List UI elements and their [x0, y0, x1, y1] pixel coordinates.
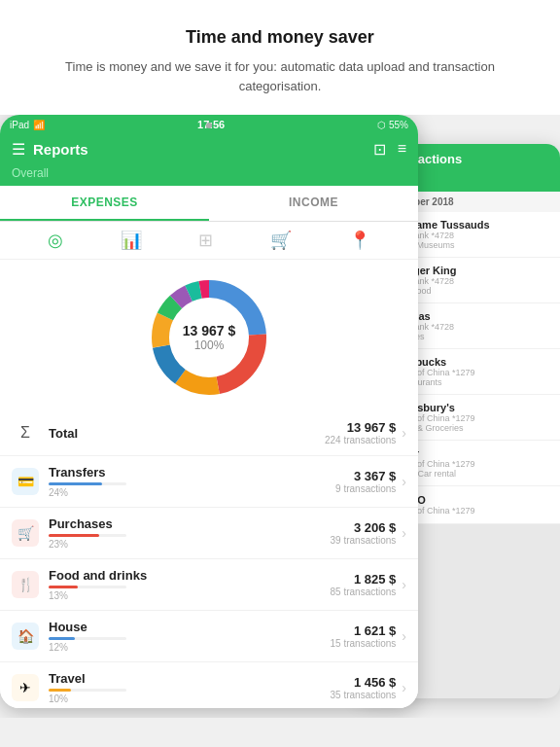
transaction-name: Adidas [395, 310, 550, 322]
camera [206, 123, 212, 128]
list-item[interactable]: 🏠House12%1 621 $15 transactions› [0, 611, 418, 662]
tabs: EXPENSES INCOME [0, 186, 418, 222]
category-transactions: 39 transactions [331, 535, 397, 546]
tab-expenses[interactable]: EXPENSES [0, 186, 209, 221]
total-row[interactable]: Σ Total 13 967 $ 224 transactions › [0, 410, 418, 456]
category-amount: 3 367 $ [335, 469, 396, 483]
donut-chart-icon[interactable]: ◎ [48, 230, 63, 251]
sub-nav: Overall [0, 164, 418, 186]
category-right: 1 825 $85 transactions [331, 572, 397, 597]
pin-icon[interactable]: 📍 [349, 230, 370, 251]
transaction-name: Sainsbury's [395, 402, 550, 413]
category-chevron: › [402, 680, 406, 695]
category-icon: 🍴 [12, 571, 39, 598]
category-icon: 🛒 [12, 519, 39, 547]
category-transactions: 35 transactions [331, 690, 397, 700]
progress-bar-bg [49, 637, 126, 640]
progress-bar-fill [49, 482, 102, 485]
donut-chart: 13 967 $ 100% [146, 274, 272, 401]
bar-chart-icon[interactable]: 📊 [121, 230, 142, 251]
total-amount: 13 967 $ [325, 420, 396, 435]
transaction-category: Taxi / Car rental [395, 469, 550, 479]
category-icon: 💳 [12, 468, 39, 495]
list-item[interactable]: ✈Travel10%1 456 $35 transactions› [0, 662, 418, 708]
transaction-name: Madame Tussauds [395, 219, 550, 231]
nav-title: Reports [33, 141, 88, 158]
category-icon: 🏠 [12, 622, 39, 650]
list-item[interactable]: 🛒Purchases23%3 206 $39 transactions› [0, 508, 418, 559]
progress-bar-bg [49, 534, 126, 537]
transaction-name: ECCO [395, 494, 550, 506]
donut-area: 13 967 $ 100% [0, 260, 418, 410]
category-amount: 1 456 $ [331, 675, 397, 690]
sigma-icon: Σ [12, 419, 39, 446]
category-chevron: › [402, 628, 406, 644]
transaction-category: Art & Museums [395, 240, 550, 250]
share-icon[interactable]: ⊡ [373, 140, 386, 159]
list-item[interactable]: 🍴Food and drinks13%1 825 $85 transaction… [0, 559, 418, 611]
cart-icon[interactable]: 🛒 [270, 230, 292, 251]
category-percent: 13% [49, 590, 331, 601]
category-right: 3 367 $9 transactions [335, 469, 396, 494]
category-percent: 10% [49, 694, 331, 704]
transaction-info: Sainsbury'sBank of China *1279Food & Gro… [395, 402, 550, 433]
progress-bar-fill [49, 637, 75, 640]
transaction-info: Burger KingTD Bank *4728Fast food [395, 265, 550, 296]
total-label: Total [49, 426, 325, 441]
status-ipad-label: iPad [10, 120, 29, 130]
category-percent: 12% [49, 642, 331, 653]
wifi-icon: 📶 [33, 120, 45, 130]
category-name: Purchases [49, 516, 331, 531]
status-right: ⬡ 55% [377, 120, 408, 130]
transaction-name: Burger King [395, 265, 550, 276]
transaction-info: ECCOBank of China *1279 [395, 494, 550, 516]
category-right: 1 456 $35 transactions [331, 675, 397, 700]
category-chevron: › [402, 577, 406, 592]
category-percent: 23% [49, 539, 331, 550]
category-amount: 1 825 $ [331, 572, 397, 587]
donut-amount: 13 967 $ [183, 323, 236, 338]
category-right: 3 206 $39 transactions [331, 520, 397, 546]
nav-left: ☰ Reports [12, 140, 88, 159]
device-wrapper: iPad 📶 17:56 ⬡ 55% ☰ Reports ⊡ ≡ Overall [0, 115, 560, 718]
list-item[interactable]: 💳Transfers24%3 367 $9 transactions› [0, 456, 418, 508]
transaction-bank: Bank of China *1279 [395, 506, 550, 516]
transaction-bank: TD Bank *4728 [395, 276, 550, 286]
category-chevron: › [402, 525, 406, 541]
transaction-bank: TD Bank *4728 [395, 322, 550, 332]
total-right: 13 967 $ 224 transactions [325, 420, 396, 445]
progress-bar-fill [49, 586, 78, 588]
category-name: House [49, 620, 331, 634]
category-info: House12% [49, 620, 331, 653]
transaction-category: Fast food [395, 286, 550, 296]
battery-icon: ⬡ 55% [377, 120, 408, 130]
top-nav: ☰ Reports ⊡ ≡ [0, 134, 418, 164]
transaction-bank: TD Bank *4728 [395, 231, 550, 240]
transaction-info: AdidasTD Bank *4728Clothes [395, 310, 550, 341]
progress-bar-bg [49, 689, 126, 692]
transaction-name: Uber [395, 447, 550, 459]
transaction-info: UberBank of China *1279Taxi / Car rental [395, 447, 550, 479]
progress-bar-bg [49, 482, 126, 485]
transaction-name: Starbucks [395, 356, 550, 368]
overall-label: Overall [12, 166, 49, 180]
category-name: Food and drinks [49, 568, 331, 583]
marketing-title: Time and money saver [39, 27, 521, 48]
transaction-bank: Bank of China *1279 [395, 413, 550, 423]
filter-icon[interactable]: ≡ [398, 140, 406, 159]
table-chart-icon[interactable]: ⊞ [198, 230, 213, 251]
category-transactions: 85 transactions [331, 587, 397, 597]
transaction-category: Restaurants [395, 377, 550, 387]
donut-center: 13 967 $ 100% [183, 323, 236, 352]
progress-bar-fill [49, 534, 99, 537]
tab-income[interactable]: INCOME [209, 186, 418, 221]
total-transactions: 224 transactions [325, 435, 396, 445]
transaction-info: Madame TussaudsTD Bank *4728Art & Museum… [395, 219, 550, 250]
category-transactions: 15 transactions [331, 638, 397, 649]
category-transactions: 9 transactions [335, 483, 396, 494]
marketing-desc: Time is money and we save it for you: au… [39, 57, 521, 95]
category-amount: 3 206 $ [331, 520, 397, 535]
menu-icon[interactable]: ☰ [12, 140, 25, 159]
category-percent: 24% [49, 487, 335, 498]
category-info: Purchases23% [49, 516, 331, 550]
